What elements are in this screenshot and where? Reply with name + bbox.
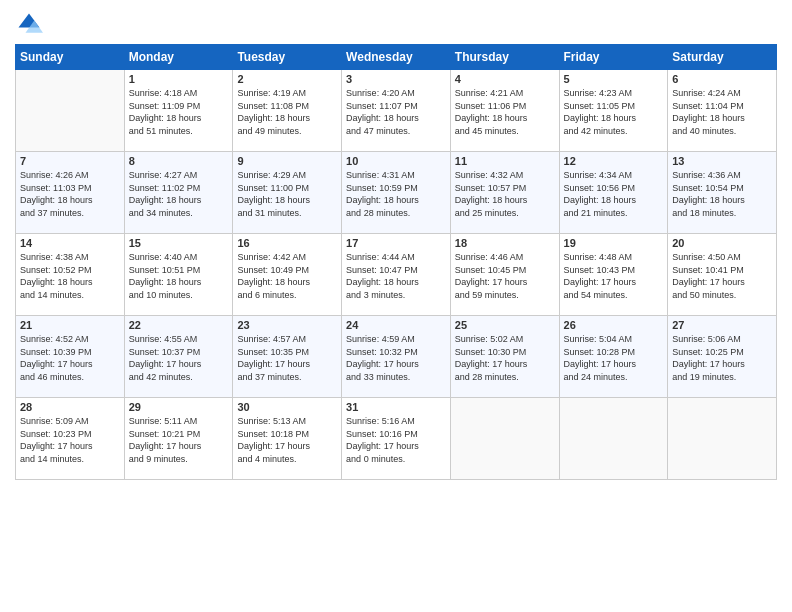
calendar-table: SundayMondayTuesdayWednesdayThursdayFrid… [15,44,777,480]
day-number: 22 [129,319,229,331]
day-number: 19 [564,237,664,249]
page: SundayMondayTuesdayWednesdayThursdayFrid… [0,0,792,612]
day-info: Sunrise: 4:27 AM Sunset: 11:02 PM Daylig… [129,169,229,219]
day-number: 5 [564,73,664,85]
calendar-cell: 6Sunrise: 4:24 AM Sunset: 11:04 PM Dayli… [668,70,777,152]
day-info: Sunrise: 4:38 AM Sunset: 10:52 PM Daylig… [20,251,120,301]
day-info: Sunrise: 5:06 AM Sunset: 10:25 PM Daylig… [672,333,772,383]
day-number: 31 [346,401,446,413]
calendar-cell: 11Sunrise: 4:32 AM Sunset: 10:57 PM Dayl… [450,152,559,234]
weekday-header-row: SundayMondayTuesdayWednesdayThursdayFrid… [16,45,777,70]
day-info: Sunrise: 4:21 AM Sunset: 11:06 PM Daylig… [455,87,555,137]
calendar-cell: 25Sunrise: 5:02 AM Sunset: 10:30 PM Dayl… [450,316,559,398]
calendar-cell: 22Sunrise: 4:55 AM Sunset: 10:37 PM Dayl… [124,316,233,398]
calendar-cell: 5Sunrise: 4:23 AM Sunset: 11:05 PM Dayli… [559,70,668,152]
calendar-week-row: 21Sunrise: 4:52 AM Sunset: 10:39 PM Dayl… [16,316,777,398]
day-number: 23 [237,319,337,331]
day-number: 24 [346,319,446,331]
day-info: Sunrise: 5:16 AM Sunset: 10:16 PM Daylig… [346,415,446,465]
day-info: Sunrise: 4:23 AM Sunset: 11:05 PM Daylig… [564,87,664,137]
day-number: 25 [455,319,555,331]
day-info: Sunrise: 4:57 AM Sunset: 10:35 PM Daylig… [237,333,337,383]
logo-icon [15,10,43,38]
day-number: 26 [564,319,664,331]
calendar-cell: 13Sunrise: 4:36 AM Sunset: 10:54 PM Dayl… [668,152,777,234]
calendar-week-row: 28Sunrise: 5:09 AM Sunset: 10:23 PM Dayl… [16,398,777,480]
calendar-cell: 19Sunrise: 4:48 AM Sunset: 10:43 PM Dayl… [559,234,668,316]
calendar-cell: 1Sunrise: 4:18 AM Sunset: 11:09 PM Dayli… [124,70,233,152]
calendar-cell: 4Sunrise: 4:21 AM Sunset: 11:06 PM Dayli… [450,70,559,152]
calendar-cell: 31Sunrise: 5:16 AM Sunset: 10:16 PM Dayl… [342,398,451,480]
day-info: Sunrise: 4:36 AM Sunset: 10:54 PM Daylig… [672,169,772,219]
day-number: 1 [129,73,229,85]
day-info: Sunrise: 4:29 AM Sunset: 11:00 PM Daylig… [237,169,337,219]
calendar-cell: 24Sunrise: 4:59 AM Sunset: 10:32 PM Dayl… [342,316,451,398]
day-number: 12 [564,155,664,167]
day-info: Sunrise: 4:18 AM Sunset: 11:09 PM Daylig… [129,87,229,137]
day-number: 10 [346,155,446,167]
day-number: 27 [672,319,772,331]
day-info: Sunrise: 4:20 AM Sunset: 11:07 PM Daylig… [346,87,446,137]
day-number: 20 [672,237,772,249]
day-info: Sunrise: 4:55 AM Sunset: 10:37 PM Daylig… [129,333,229,383]
calendar-cell [16,70,125,152]
calendar-cell [559,398,668,480]
calendar-cell: 3Sunrise: 4:20 AM Sunset: 11:07 PM Dayli… [342,70,451,152]
calendar-cell: 23Sunrise: 4:57 AM Sunset: 10:35 PM Dayl… [233,316,342,398]
calendar-cell: 27Sunrise: 5:06 AM Sunset: 10:25 PM Dayl… [668,316,777,398]
calendar-cell: 20Sunrise: 4:50 AM Sunset: 10:41 PM Dayl… [668,234,777,316]
day-info: Sunrise: 4:44 AM Sunset: 10:47 PM Daylig… [346,251,446,301]
calendar-cell: 15Sunrise: 4:40 AM Sunset: 10:51 PM Dayl… [124,234,233,316]
day-info: Sunrise: 4:59 AM Sunset: 10:32 PM Daylig… [346,333,446,383]
day-number: 11 [455,155,555,167]
calendar-cell: 2Sunrise: 4:19 AM Sunset: 11:08 PM Dayli… [233,70,342,152]
logo [15,10,47,38]
day-info: Sunrise: 4:42 AM Sunset: 10:49 PM Daylig… [237,251,337,301]
day-info: Sunrise: 5:09 AM Sunset: 10:23 PM Daylig… [20,415,120,465]
weekday-header-sunday: Sunday [16,45,125,70]
weekday-header-thursday: Thursday [450,45,559,70]
day-info: Sunrise: 4:19 AM Sunset: 11:08 PM Daylig… [237,87,337,137]
day-number: 15 [129,237,229,249]
day-number: 7 [20,155,120,167]
calendar-cell: 12Sunrise: 4:34 AM Sunset: 10:56 PM Dayl… [559,152,668,234]
calendar-cell: 16Sunrise: 4:42 AM Sunset: 10:49 PM Dayl… [233,234,342,316]
day-number: 4 [455,73,555,85]
calendar-cell: 21Sunrise: 4:52 AM Sunset: 10:39 PM Dayl… [16,316,125,398]
day-info: Sunrise: 4:34 AM Sunset: 10:56 PM Daylig… [564,169,664,219]
weekday-header-tuesday: Tuesday [233,45,342,70]
day-info: Sunrise: 4:50 AM Sunset: 10:41 PM Daylig… [672,251,772,301]
day-info: Sunrise: 4:40 AM Sunset: 10:51 PM Daylig… [129,251,229,301]
calendar-week-row: 1Sunrise: 4:18 AM Sunset: 11:09 PM Dayli… [16,70,777,152]
weekday-header-friday: Friday [559,45,668,70]
day-number: 17 [346,237,446,249]
calendar-cell: 28Sunrise: 5:09 AM Sunset: 10:23 PM Dayl… [16,398,125,480]
day-number: 8 [129,155,229,167]
day-info: Sunrise: 4:46 AM Sunset: 10:45 PM Daylig… [455,251,555,301]
day-info: Sunrise: 4:24 AM Sunset: 11:04 PM Daylig… [672,87,772,137]
day-info: Sunrise: 5:13 AM Sunset: 10:18 PM Daylig… [237,415,337,465]
day-info: Sunrise: 4:48 AM Sunset: 10:43 PM Daylig… [564,251,664,301]
calendar-cell: 18Sunrise: 4:46 AM Sunset: 10:45 PM Dayl… [450,234,559,316]
day-number: 29 [129,401,229,413]
day-number: 14 [20,237,120,249]
calendar-week-row: 7Sunrise: 4:26 AM Sunset: 11:03 PM Dayli… [16,152,777,234]
day-info: Sunrise: 4:32 AM Sunset: 10:57 PM Daylig… [455,169,555,219]
day-number: 9 [237,155,337,167]
day-number: 30 [237,401,337,413]
day-info: Sunrise: 4:26 AM Sunset: 11:03 PM Daylig… [20,169,120,219]
day-number: 13 [672,155,772,167]
calendar-cell: 7Sunrise: 4:26 AM Sunset: 11:03 PM Dayli… [16,152,125,234]
header [15,10,777,38]
day-number: 2 [237,73,337,85]
calendar-cell: 8Sunrise: 4:27 AM Sunset: 11:02 PM Dayli… [124,152,233,234]
calendar-cell [668,398,777,480]
day-number: 21 [20,319,120,331]
calendar-cell: 17Sunrise: 4:44 AM Sunset: 10:47 PM Dayl… [342,234,451,316]
day-info: Sunrise: 4:31 AM Sunset: 10:59 PM Daylig… [346,169,446,219]
calendar-cell: 30Sunrise: 5:13 AM Sunset: 10:18 PM Dayl… [233,398,342,480]
calendar-cell: 26Sunrise: 5:04 AM Sunset: 10:28 PM Dayl… [559,316,668,398]
day-number: 6 [672,73,772,85]
day-info: Sunrise: 5:11 AM Sunset: 10:21 PM Daylig… [129,415,229,465]
calendar-cell [450,398,559,480]
